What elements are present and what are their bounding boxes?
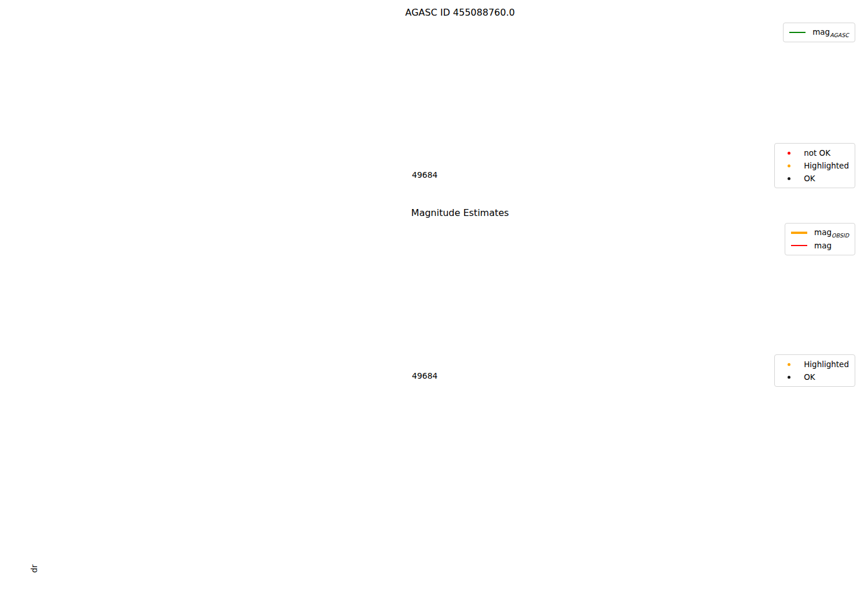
legend-label: magOBSID [814, 228, 849, 239]
top-line-legend: magAGASC [783, 23, 855, 42]
legend-entry-highlighted: Highlighted [781, 159, 849, 172]
black-dot-swatch [781, 376, 797, 379]
orange-dot-swatch [781, 363, 797, 366]
middle-line-legend: magOBSID mag [785, 223, 855, 255]
legend-label: magAGASC [812, 27, 849, 38]
legend-entry-ok: OK [781, 371, 849, 383]
orange-dot-swatch [781, 164, 797, 167]
legend-entry-ok: OK [781, 172, 849, 185]
middle-obsid-annotation: 49684 [412, 371, 438, 380]
black-dot-swatch [781, 177, 797, 180]
legend-label: OK [804, 372, 815, 382]
legend-entry-highlighted: Highlighted [781, 358, 849, 371]
legend-entry-mag-obsid: magOBSID [791, 226, 849, 239]
legend-label: OK [804, 174, 815, 183]
top-plot-title: AGASC ID 455088760.0 [405, 7, 514, 18]
dr-axis-label: dr [30, 565, 39, 573]
green-line-swatch [789, 32, 806, 34]
legend-entry-not-ok: not OK [781, 146, 849, 159]
top-marker-legend: not OK Highlighted OK [774, 143, 855, 188]
legend-entry-mag-agasc: magAGASC [789, 26, 849, 39]
legend-label: Highlighted [804, 360, 849, 369]
legend-entry-mag: mag [791, 239, 849, 252]
top-obsid-annotation: 49684 [412, 170, 438, 180]
legend-label: not OK [804, 148, 830, 158]
orange-line-swatch [791, 232, 807, 234]
red-line-swatch [791, 245, 807, 247]
middle-marker-legend: Highlighted OK [774, 354, 855, 387]
legend-label: mag [814, 241, 832, 250]
red-dot-swatch [781, 152, 797, 155]
legend-label: Highlighted [804, 161, 849, 170]
plot-canvas [0, 0, 868, 608]
middle-plot-title: Magnitude Estimates [411, 207, 509, 218]
figure-canvas: AGASC ID 455088760.0 Magnitude Estimates… [0, 0, 868, 608]
